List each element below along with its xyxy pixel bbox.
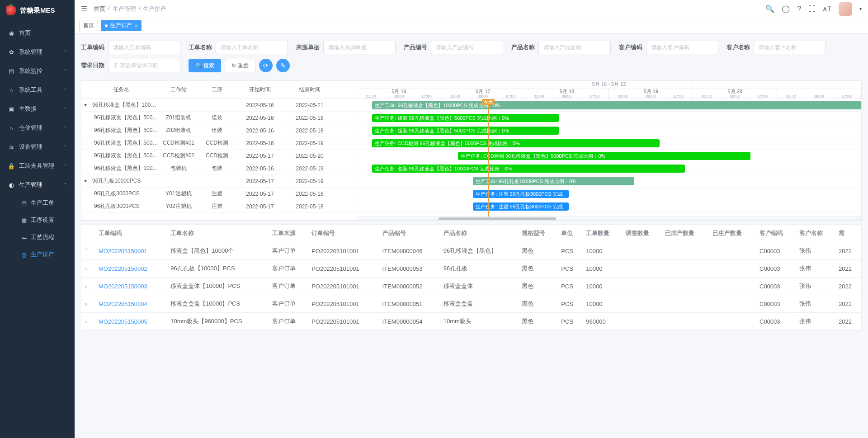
gantt-bar-row: 生产任务: 注塑 96孔孔板3000PCS 完成	[357, 200, 861, 213]
table-row[interactable]: ˅MO202205150001移液盒【黑色】10000个客户订单PO202205…	[81, 242, 861, 260]
gantt-task-row[interactable]: ▾96孔移液盒【黑色】10000PCS2022-05-162022-05-21	[81, 99, 357, 112]
field-cust_code: 客户编码	[619, 41, 718, 54]
table-row[interactable]: ›MO20220515000510mm吸头【960000】PCS客户订单PO20…	[81, 313, 861, 330]
breadcrumb-home[interactable]: 首页	[94, 5, 105, 13]
gantt-task-row[interactable]: 96孔移液盒【黑色】5000PCSCCD检测#02CCD检测2022-05-17…	[81, 150, 357, 162]
gantt-bar[interactable]: 生产任务: 组装 96孔移液盒【黑色】5000PCS 完成比例：0%	[372, 127, 559, 135]
field-wo_code: 工单编码	[81, 41, 180, 54]
gantt-bar[interactable]: 生产任务: CCD检测 96孔移液盒【黑色】5000PCS 完成比例：0%	[458, 152, 750, 160]
nav-sub-icon: ▥	[21, 251, 27, 258]
gantt-bar-row: 生产工单: 96孔移液盒【黑色】10000PCS 完成比例：0%	[357, 99, 861, 112]
col-header: 工单来源	[269, 225, 308, 242]
search-icon[interactable]: 🔍	[765, 5, 774, 13]
sidebar-subitem-工艺流程[interactable]: ≔工艺流程	[0, 229, 75, 246]
wo_name-input[interactable]	[216, 41, 288, 54]
avatar[interactable]	[839, 2, 852, 16]
tab-生产排产[interactable]: 生产排产×	[101, 20, 142, 31]
fontsize-icon[interactable]: ᴀT	[823, 5, 831, 13]
gantt-scrollbar[interactable]	[357, 217, 861, 220]
sidebar-item-系统工具[interactable]: ⌂系统工具˅	[0, 80, 75, 99]
reset-button[interactable]: ↻ 重置	[225, 59, 255, 72]
col-header: 调整数量	[622, 225, 662, 242]
gantt-task-row[interactable]: 96孔孔板3000PCSY02注塑机注塑2022-05-172022-05-18	[81, 200, 357, 213]
refresh-icon-button[interactable]: ⟳	[259, 59, 273, 72]
nav-icon: ✿	[8, 49, 14, 56]
sidebar-subitem-工序设置[interactable]: ▦工序设置	[0, 212, 75, 229]
workorder-code-link[interactable]: MO202205150001	[95, 242, 167, 260]
sidebar-subitem-生产工单[interactable]: ▤生产工单	[0, 194, 75, 212]
close-icon[interactable]: ×	[135, 23, 137, 28]
sidebar-item-首页[interactable]: ◉首页	[0, 24, 75, 42]
nav-label: 生产管理	[19, 181, 42, 189]
table-row[interactable]: ›MO20220515000296孔孔板【10000】PCS客户订单PO2022…	[81, 260, 861, 278]
gantt-bar[interactable]: 生产工单: 96孔移液盒【黑色】10000PCS 完成比例：0%	[372, 101, 861, 109]
field-label: 工单编码	[81, 43, 104, 52]
github-icon[interactable]: ◯	[782, 5, 790, 13]
sidebar-item-主数据[interactable]: ▣主数据˅	[0, 99, 75, 118]
workorder-code-link[interactable]: MO202205150005	[95, 313, 167, 330]
logo[interactable]: 苦糖果MES	[0, 0, 75, 21]
field-label: 产品编号	[404, 43, 427, 52]
col-header: 已生产数量	[709, 225, 756, 242]
search-button[interactable]: 🔍 搜索	[189, 59, 221, 72]
workorder-code-link[interactable]: MO202205150002	[95, 260, 167, 278]
field-source: 来源单据	[296, 41, 396, 54]
gantt-bar-row: 生产任务: CCD检测 96孔移液盒【黑色】5000PCS 完成比例：0%	[357, 150, 861, 162]
gantt-bar[interactable]: 生产任务: 注塑 96孔孔板3000PCS 完成	[473, 203, 569, 211]
workorder-code-link[interactable]: MO202205150003	[95, 278, 167, 295]
field-label: 产品名称	[511, 43, 535, 52]
hamburger-icon[interactable]: ☰	[81, 5, 87, 13]
expand-icon[interactable]: ›	[85, 301, 91, 307]
field-label: 需求日期	[81, 61, 104, 70]
table-row[interactable]: ›MO202205150003移液盒盒体【10000】PCS客户订单PO2022…	[81, 278, 861, 295]
gantt-task-row[interactable]: 96孔移液盒【黑色】5000PCSZ02组装机组装2022-05-162022-…	[81, 124, 357, 137]
sidebar-item-系统监控[interactable]: ▤系统监控˅	[0, 61, 75, 80]
wo_code-input[interactable]	[108, 41, 180, 54]
caret-down-icon[interactable]: ▾	[84, 102, 92, 108]
cust_code-input[interactable]	[646, 41, 718, 54]
user-dropdown-icon[interactable]: ▾	[859, 6, 862, 11]
edit-icon-button[interactable]: ✎	[276, 59, 290, 72]
table-row[interactable]: ›MO202205150004移液盒盒盖【10000】PCS客户订单PO2022…	[81, 295, 861, 313]
gantt-task-row[interactable]: ▾96孔孔板10000PCS2022-05-172022-05-19	[81, 175, 357, 188]
nav-label: 系统管理	[19, 48, 42, 56]
expand-icon[interactable]: ˅	[85, 248, 91, 254]
nav-label: 主数据	[19, 105, 37, 113]
gantt-task-row[interactable]: 96孔移液盒【黑色】5000PCSZ01组装机组装2022-05-162022-…	[81, 112, 357, 124]
prod_code-input[interactable]	[431, 41, 503, 54]
tab-首页[interactable]: 首页	[79, 20, 98, 31]
gantt-bar-row: 生产任务: CCD检测 96孔移液盒【黑色】5000PCS 完成比例：0%	[357, 137, 861, 150]
gantt-bar[interactable]: 生产任务: 包装 96孔移液盒【黑色】10000PCS 完成比例：0%	[372, 165, 684, 173]
prod_name-input[interactable]	[538, 41, 611, 54]
gantt-bar[interactable]: 生产工单: 96孔孔板10000PCS 完成比例：0%	[473, 177, 634, 185]
expand-icon[interactable]: ›	[85, 283, 91, 290]
sidebar-item-设备管理[interactable]: ≋设备管理˅	[0, 137, 75, 156]
gantt-bar[interactable]: 生产任务: 组装 96孔移液盒【黑色】5000PCS 完成比例：0%	[372, 114, 559, 122]
caret-down-icon[interactable]: ▾	[84, 178, 92, 184]
sidebar-item-工装夹具管理[interactable]: 🔒工装夹具管理˅	[0, 156, 75, 175]
sidebar-item-生产管理[interactable]: ◐生产管理˄	[0, 175, 75, 194]
source-input[interactable]	[323, 41, 396, 54]
gantt-bar[interactable]: 生产任务: 注塑 96孔孔板3000PCS 完成	[473, 190, 569, 198]
expand-icon[interactable]: ›	[85, 265, 91, 272]
req_date-input[interactable]	[108, 59, 180, 72]
gantt-chart: 任务名 工作站 工序 开始时间 结束时间 ▾96孔移液盒【黑色】10000PCS…	[81, 80, 862, 221]
gantt-task-row[interactable]: 96孔移液盒【黑色】5000PCSCCD检测#01CCD检测2022-05-16…	[81, 137, 357, 150]
nav-icon: ⌂	[8, 125, 14, 132]
sidebar-item-系统管理[interactable]: ✿系统管理˅	[0, 42, 75, 61]
nav-icon: ▤	[8, 68, 14, 75]
gantt-bar[interactable]: 生产任务: CCD检测 96孔移液盒【黑色】5000PCS 完成比例：0%	[372, 139, 660, 147]
fullscreen-icon[interactable]: ⛶	[808, 5, 816, 13]
expand-icon[interactable]: ›	[85, 318, 91, 325]
workorder-code-link[interactable]: MO202205150004	[95, 295, 167, 313]
breadcrumb-cat: 生产管理	[113, 5, 136, 13]
nav-menu: ◉首页✿系统管理˅▤系统监控˅⌂系统工具˅▣主数据˅⌂仓储管理˅≋设备管理˅🔒工…	[0, 21, 75, 438]
gantt-task-row[interactable]: 96孔孔板3000PCSY01注塑机注塑2022-05-172022-05-18	[81, 188, 357, 200]
sidebar-subitem-生产排产[interactable]: ▥生产排产	[0, 246, 75, 263]
gantt-task-row[interactable]: 96孔移液盒【黑色】10000PCS包装机包装2022-05-162022-05…	[81, 162, 357, 175]
sidebar-item-仓储管理[interactable]: ⌂仓储管理˅	[0, 118, 75, 137]
search-form: 工单编码工单名称来源单据产品编号产品名称客户编码客户名称需求日期🔍 搜索↻ 重置…	[81, 38, 862, 77]
cust_name-input[interactable]	[754, 41, 826, 54]
nav-sub-icon: ≔	[21, 234, 27, 241]
help-icon[interactable]: ?	[797, 5, 801, 13]
